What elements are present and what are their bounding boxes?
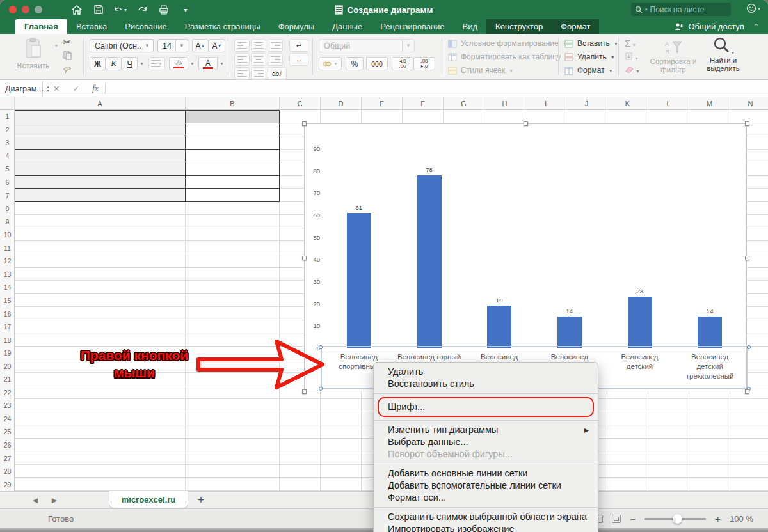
insert-function-icon[interactable]: fx xyxy=(92,84,99,94)
share-button[interactable]: Общий доступ ⌃ xyxy=(675,19,759,34)
zoom-slider-thumb[interactable] xyxy=(673,514,682,524)
axis-selection-handle[interactable] xyxy=(747,345,751,349)
row-header-6[interactable]: 6 xyxy=(0,176,15,189)
sort-filter-button[interactable]: АЯ Сортировка и фильтр xyxy=(649,39,698,74)
column-header-N[interactable]: N xyxy=(730,97,768,110)
table-row-6-name[interactable] xyxy=(15,189,186,202)
name-box-stepper[interactable]: ▲▼ xyxy=(46,85,50,93)
font-name-select[interactable]: Calibri (Осн...▼ xyxy=(90,39,154,52)
column-header-E[interactable]: E xyxy=(362,97,403,110)
increase-indent-button[interactable] xyxy=(251,67,266,80)
table-row-4-value[interactable] xyxy=(186,162,280,176)
save-icon[interactable] xyxy=(92,4,105,15)
page-layout-view-icon[interactable] xyxy=(612,515,621,523)
align-top-button[interactable] xyxy=(234,39,250,52)
more-commands-icon[interactable]: ▾ xyxy=(179,4,192,15)
chart-resize-handle[interactable] xyxy=(302,256,307,260)
menu-item-восстановить-стиль[interactable]: Восстановить стиль xyxy=(374,378,598,390)
row-header-29[interactable]: 29 xyxy=(0,478,15,491)
decrease-decimal-button[interactable]: .00▸.0 xyxy=(413,57,435,70)
menu-item-выбрать-данные-[interactable]: Выбрать данные... xyxy=(374,436,598,448)
select-all-corner[interactable] xyxy=(0,97,15,110)
row-header-10[interactable]: 10 xyxy=(0,228,15,242)
column-header-C[interactable]: C xyxy=(280,97,321,110)
row-header-14[interactable]: 14 xyxy=(0,281,15,294)
menu-item-формат-оси-[interactable]: Формат оси... xyxy=(374,492,598,504)
align-center-button[interactable] xyxy=(251,53,266,66)
zoom-out-button[interactable]: − xyxy=(630,513,636,524)
ribbon-tab-8[interactable]: Вид xyxy=(454,19,487,34)
chart-bar-4[interactable] xyxy=(557,317,582,348)
table-header-name[interactable] xyxy=(15,110,186,123)
column-header-J[interactable]: J xyxy=(566,97,607,110)
menu-item-шрифт-[interactable]: Шрифт... xyxy=(379,401,593,413)
row-header-4[interactable]: 4 xyxy=(0,150,15,163)
zoom-slider[interactable] xyxy=(644,518,706,520)
underline-button[interactable]: Ч xyxy=(122,57,138,70)
column-header-D[interactable]: D xyxy=(321,97,362,110)
delete-cells-button[interactable]: Удалить▼ xyxy=(564,52,618,61)
row-header-28[interactable]: 28 xyxy=(0,465,15,478)
ribbon-tab-2[interactable]: Вставка xyxy=(67,19,116,34)
table-row-2-value[interactable] xyxy=(186,136,280,150)
menu-item-добавить-вспомогательные-линии-сетки[interactable]: Добавить вспомогательные линии сетки xyxy=(374,480,598,492)
table-row-4-name[interactable] xyxy=(15,162,186,176)
chart-resize-handle[interactable] xyxy=(745,256,749,260)
align-left-button[interactable] xyxy=(234,53,250,66)
chart-bar-5[interactable] xyxy=(628,297,652,348)
ribbon-tab-5[interactable]: Формулы xyxy=(269,19,324,34)
decrease-indent-button[interactable] xyxy=(234,67,250,80)
increase-decimal-button[interactable]: ◂.0.00 xyxy=(392,57,413,70)
row-header-20[interactable]: 20 xyxy=(0,359,15,373)
menu-item-сохранить-снимок-выбранной-области-экрана[interactable]: Сохранить снимок выбранной области экран… xyxy=(374,511,598,523)
menu-item-удалить[interactable]: Удалить xyxy=(374,366,598,378)
table-row-5-value[interactable] xyxy=(186,176,280,189)
redo-icon[interactable] xyxy=(136,4,148,15)
row-header-18[interactable]: 18 xyxy=(0,333,15,347)
collapse-ribbon-icon[interactable]: ⌃ xyxy=(753,22,759,31)
chart-object[interactable]: 010203040506070809061Велосипед спортивны… xyxy=(304,123,747,391)
column-header-H[interactable]: H xyxy=(484,97,525,110)
chart-bar-1[interactable] xyxy=(347,213,371,348)
clear-button[interactable]: ▼ xyxy=(625,66,640,75)
autosum-button[interactable]: Σ ▼ xyxy=(625,38,636,49)
chart-resize-handle[interactable] xyxy=(745,389,749,394)
paste-button[interactable]: Вставить xyxy=(8,38,59,70)
row-header-9[interactable]: 9 xyxy=(0,215,15,228)
column-header-A[interactable]: A xyxy=(15,97,186,110)
ribbon-tab-7[interactable]: Рецензирование xyxy=(371,19,453,34)
row-header-26[interactable]: 26 xyxy=(0,439,15,452)
find-select-button[interactable]: ▼ Найти и выделить xyxy=(700,36,746,72)
row-header-24[interactable]: 24 xyxy=(0,412,15,426)
align-right-button[interactable] xyxy=(268,53,283,66)
search-box[interactable]: ▾ Поиск на листе xyxy=(631,3,731,16)
italic-button[interactable]: К xyxy=(106,57,122,70)
ribbon-tab-3[interactable]: Рисование xyxy=(116,19,175,34)
row-header-11[interactable]: 11 xyxy=(0,242,15,255)
number-format-select[interactable]: Общий▼ xyxy=(319,39,415,52)
column-header-F[interactable]: F xyxy=(403,97,444,110)
ribbon-tab-9[interactable]: Конструктор xyxy=(486,19,552,34)
format-as-table-button[interactable]: Форматировать как таблицу▼ xyxy=(448,52,569,61)
home-icon[interactable] xyxy=(70,4,83,15)
fill-color-button[interactable] xyxy=(169,57,188,70)
increase-font-button[interactable]: A▲ xyxy=(192,39,209,52)
table-row-3-name[interactable] xyxy=(15,150,186,163)
menu-item-изменить-тип-диаграммы[interactable]: Изменить тип диаграммы▶ xyxy=(374,424,598,436)
zoom-window-button[interactable] xyxy=(35,6,42,13)
confirm-entry-icon[interactable]: ✓ xyxy=(72,84,79,93)
borders-button[interactable]: ▼ xyxy=(148,57,165,70)
format-painter-icon[interactable] xyxy=(63,65,72,75)
column-header-B[interactable]: B xyxy=(186,97,280,110)
chart-bar-3[interactable] xyxy=(487,306,511,348)
sheet-tab-active[interactable]: microexcel.ru xyxy=(109,491,188,508)
row-header-13[interactable]: 13 xyxy=(0,268,15,281)
merge-cells-button[interactable]: ↔ xyxy=(289,53,308,66)
chart-resize-handle[interactable] xyxy=(524,121,528,126)
row-header-1[interactable]: 1 xyxy=(0,110,15,123)
row-header-8[interactable]: 8 xyxy=(0,202,15,215)
ribbon-tab-6[interactable]: Данные xyxy=(323,19,371,34)
table-row-1-name[interactable] xyxy=(15,123,186,137)
row-header-21[interactable]: 21 xyxy=(0,373,15,386)
row-header-17[interactable]: 17 xyxy=(0,320,15,334)
